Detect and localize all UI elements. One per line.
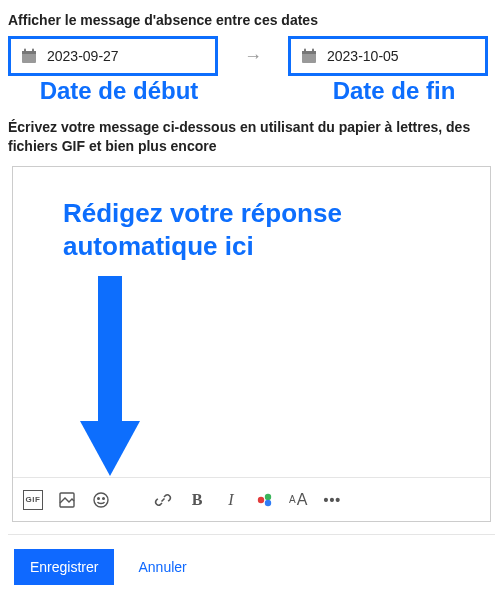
svg-point-13 — [265, 493, 271, 499]
svg-point-11 — [103, 497, 105, 499]
compose-description: Écrivez votre message ci-dessous en util… — [8, 118, 495, 156]
link-button[interactable] — [153, 490, 173, 510]
editor-instruction-overlay: Rédigez votre réponse automatique ici — [63, 197, 460, 262]
cancel-button[interactable]: Annuler — [138, 559, 186, 575]
message-editor: Rédigez votre réponse automatique ici GI… — [12, 166, 491, 522]
start-date-value: 2023-09-27 — [47, 48, 119, 64]
stationery-button[interactable] — [57, 490, 77, 510]
svg-rect-2 — [24, 49, 26, 53]
date-range-arrow: → — [218, 46, 288, 67]
message-editor-body[interactable]: Rédigez votre réponse automatique ici — [13, 167, 490, 477]
end-date-value: 2023-10-05 — [327, 48, 399, 64]
svg-point-12 — [258, 496, 264, 502]
svg-point-14 — [265, 499, 271, 505]
svg-rect-7 — [312, 49, 314, 53]
date-captions: Date de début Date de fin — [8, 78, 495, 104]
more-button[interactable]: ••• — [322, 490, 342, 510]
svg-point-9 — [94, 493, 108, 507]
bold-button[interactable]: B — [187, 490, 207, 510]
text-color-button[interactable] — [255, 490, 275, 510]
svg-point-10 — [98, 497, 100, 499]
end-date-caption: Date de fin — [294, 78, 494, 104]
svg-rect-3 — [32, 49, 34, 53]
text-size-button[interactable]: AA — [289, 490, 308, 510]
calendar-icon — [301, 48, 317, 64]
footer: Enregistrer Annuler — [8, 534, 495, 591]
start-date-caption: Date de début — [14, 78, 224, 104]
emoji-button[interactable] — [91, 490, 111, 510]
gif-button[interactable]: GIF — [23, 490, 43, 510]
dates-section-label: Afficher le message d'absence entre ces … — [8, 12, 495, 28]
italic-button[interactable]: I — [221, 490, 241, 510]
svg-rect-6 — [304, 49, 306, 53]
editor-toolbar: GIF B I AA — [13, 477, 490, 521]
date-range-row: 2023-09-27 → 2023-10-05 — [8, 36, 495, 76]
save-button[interactable]: Enregistrer — [14, 549, 114, 585]
calendar-icon — [21, 48, 37, 64]
end-date-field[interactable]: 2023-10-05 — [288, 36, 488, 76]
start-date-field[interactable]: 2023-09-27 — [8, 36, 218, 76]
